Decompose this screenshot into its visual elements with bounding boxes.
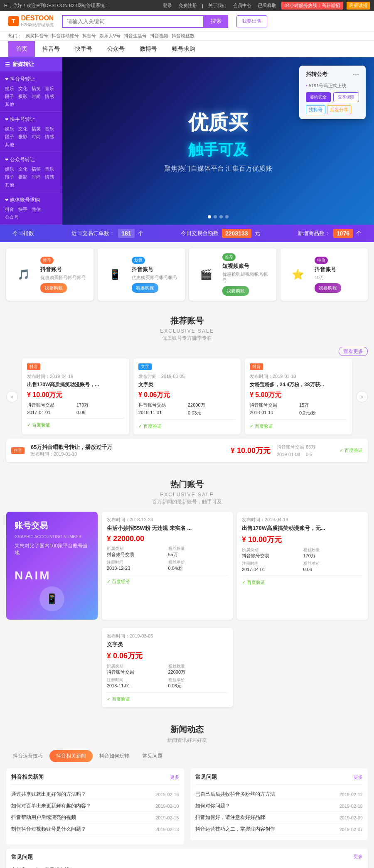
promo-badge-1: 划算 bbox=[132, 257, 145, 264]
sidebar-tag-kuaishou-0[interactable]: 娱乐 bbox=[3, 125, 16, 132]
sidebar-tag-gzh-4[interactable]: 段子 bbox=[3, 174, 16, 181]
sidebar-tag-gzh-5[interactable]: 摄影 bbox=[17, 174, 29, 181]
hot-search-item-0[interactable]: 购买抖音号 bbox=[25, 33, 48, 39]
sidebar-tag-seek-2[interactable]: 微信 bbox=[30, 206, 42, 213]
nav-home[interactable]: 首页 bbox=[8, 41, 35, 57]
hot-search-item-5[interactable]: 抖音视频 bbox=[150, 33, 168, 39]
sidebar-section-douyin: 抖音号转让 娱乐 文化 搞笑 音乐 段子 摄影 时尚 情感 其他 bbox=[0, 71, 62, 112]
sidebar-tag-gzh-3[interactable]: 音乐 bbox=[43, 166, 56, 173]
sidebar-tag-douyin-7[interactable]: 情感 bbox=[43, 93, 56, 100]
promo-info-0: 推荐 抖音账号 优惠购买帐号帐号帐号 我要购账 bbox=[40, 257, 86, 293]
hot-search-item-3[interactable]: 娱乐大V号 bbox=[99, 33, 121, 39]
sidebar-tag-kuaishou-5[interactable]: 摄影 bbox=[17, 133, 29, 140]
rec-next-button[interactable]: › bbox=[356, 391, 368, 402]
hero-dot-0[interactable] bbox=[208, 215, 211, 218]
nav-seek[interactable]: 账号求购 bbox=[165, 41, 203, 57]
news-left-col: 抖音相关新闻 更多 通过共享账就出更好你的方法吗？ 2019-02-16 如何对… bbox=[6, 768, 184, 844]
search-input[interactable] bbox=[62, 15, 204, 28]
recommended-more-link[interactable]: 查看更多 bbox=[339, 347, 368, 356]
hot-card-fans-2: 粉丝数量 22000万 bbox=[168, 663, 228, 675]
sidebar-tag-kuaishou-8[interactable]: 其他 bbox=[3, 141, 16, 148]
rec-card-4th: 抖音 65万抖音唱歌号转让，播放过千万 发布时间：2019-01-10 ¥ 10… bbox=[6, 439, 368, 462]
sidebar-tag-gzh-0[interactable]: 娱乐 bbox=[3, 166, 16, 173]
sidebar-tag-seek-3[interactable]: 公众号 bbox=[3, 214, 20, 221]
promo-img-3: ⭐ bbox=[285, 264, 310, 285]
sidebar-tag-douyin-8[interactable]: 其他 bbox=[3, 101, 16, 108]
topbar-sample[interactable]: 已采样取 bbox=[258, 2, 276, 9]
hero-card-extra-btn2[interactable]: 后发分享 bbox=[327, 105, 351, 114]
hero-dot-1[interactable] bbox=[214, 215, 217, 218]
hot-search-item-1[interactable]: 抖音移动账号 bbox=[52, 33, 79, 39]
sidebar-tag-douyin-3[interactable]: 音乐 bbox=[43, 85, 56, 92]
news-right-item-title-1: 如何对你问题？ bbox=[195, 802, 335, 809]
search-button[interactable]: 搜索 bbox=[204, 15, 228, 28]
hero-dot-3[interactable] bbox=[225, 215, 229, 218]
sell-button[interactable]: 我要出售 bbox=[236, 15, 267, 27]
promo-btn-0[interactable]: 我要购账 bbox=[40, 283, 67, 293]
hero-title-1: 优质买 bbox=[164, 109, 272, 136]
stats-amount-unit: 元 bbox=[255, 230, 260, 237]
hot-search-item-6[interactable]: 抖音粉丝数 bbox=[172, 33, 194, 39]
nav-kuaishou[interactable]: 快手号 bbox=[67, 41, 100, 57]
promo-btn-2[interactable]: 我要购账 bbox=[222, 286, 249, 296]
hot-search-item-2[interactable]: 抖音号 bbox=[82, 33, 96, 39]
topbar-site[interactable]: 关于我们 bbox=[208, 2, 226, 9]
hero-card-extra-btn1[interactable]: 找抖号 bbox=[306, 105, 325, 114]
news-right-item-date-2: 2019-02-09 bbox=[340, 815, 363, 820]
hot-card-fans-0: 粉丝粉量 55万 bbox=[168, 546, 228, 558]
news-tab-3[interactable]: 常见问题 bbox=[136, 750, 169, 762]
rec-prev-button[interactable]: ‹ bbox=[6, 391, 18, 402]
promo-btn-1[interactable]: 我要购账 bbox=[132, 283, 158, 293]
stats-new-unit: 个 bbox=[356, 230, 362, 237]
news-right-more[interactable]: 更多 bbox=[354, 774, 363, 780]
sidebar-tag-kuaishou-3[interactable]: 音乐 bbox=[43, 125, 56, 132]
topbar-vip[interactable]: 高薪诚招 bbox=[347, 2, 370, 10]
header: T DESTOON B2B网站管理系统 搜索 我要出售 bbox=[0, 11, 374, 32]
rec-card-title-2: 女粉宝粉多，24.4万粉，38万获... bbox=[250, 381, 347, 388]
sidebar-tag-kuaishou-7[interactable]: 情感 bbox=[43, 133, 56, 140]
topbar-register[interactable]: 免费注册 bbox=[179, 2, 197, 9]
sidebar-tag-douyin-2[interactable]: 搞笑 bbox=[30, 85, 42, 92]
promo-title-0: 抖音账号 bbox=[40, 266, 86, 273]
sidebar-tag-douyin-4[interactable]: 段子 bbox=[3, 93, 16, 100]
sidebar-tag-douyin-5[interactable]: 摄影 bbox=[17, 93, 29, 100]
sidebar-tag-gzh-8[interactable]: 其他 bbox=[3, 181, 16, 189]
sidebar-tag-douyin-6[interactable]: 时尚 bbox=[30, 93, 42, 100]
hot-card-title-1: 出售170W高质搞笑动漫账号，无... bbox=[242, 525, 363, 532]
news-tab-2[interactable]: 抖音如何玩转 bbox=[93, 750, 136, 762]
sidebar-tag-kuaishou-6[interactable]: 时尚 bbox=[30, 133, 42, 140]
hero-dots bbox=[208, 215, 229, 218]
hero-card-btn-1[interactable]: 签约安全 bbox=[306, 92, 331, 102]
news-left-more[interactable]: 更多 bbox=[170, 774, 179, 780]
faq-more[interactable]: 更多 bbox=[354, 853, 363, 861]
promo-desc-0: 优惠购买帐号帐号帐号 bbox=[40, 275, 86, 281]
rec-card-type-label-0: 抖音账号交易 bbox=[27, 402, 75, 408]
nav-gongzhonghao[interactable]: 公众号 bbox=[100, 41, 132, 57]
news-tab-1[interactable]: 抖音相关新闻 bbox=[49, 750, 93, 762]
nav-weibo[interactable]: 微博号 bbox=[132, 41, 165, 57]
promo-btn-3[interactable]: 我要购账 bbox=[315, 283, 341, 293]
sidebar-tag-kuaishou-1[interactable]: 文化 bbox=[17, 125, 29, 132]
sidebar-tag-douyin-0[interactable]: 娱乐 bbox=[3, 85, 16, 92]
nav-douyin[interactable]: 抖音号 bbox=[35, 41, 67, 57]
sidebar-tag-gzh-6[interactable]: 时尚 bbox=[30, 174, 42, 181]
hot-card-price-2: ¥ 0.06万元 bbox=[107, 651, 228, 661]
sidebar-tag-seek-0[interactable]: 抖音 bbox=[3, 206, 16, 213]
hot-card-footer-0: ✓ 百度经济 bbox=[107, 575, 228, 585]
sidebar-tag-gzh-7[interactable]: 情感 bbox=[43, 174, 56, 181]
hot-search-item-4[interactable]: 抖音生活号 bbox=[124, 33, 147, 39]
sidebar-tag-kuaishou-2[interactable]: 搞笑 bbox=[30, 125, 42, 132]
sidebar-tag-gzh-2[interactable]: 搞笑 bbox=[30, 166, 42, 173]
topbar-member[interactable]: 会员中心 bbox=[233, 2, 251, 9]
sidebar-tag-kuaishou-4[interactable]: 段子 bbox=[3, 133, 16, 140]
logo-sub: B2B网站管理系统 bbox=[21, 22, 54, 28]
hero-dot-2[interactable] bbox=[219, 215, 223, 218]
topbar-login[interactable]: 登录 bbox=[163, 2, 172, 9]
sidebar-tag-seek-1[interactable]: 快手 bbox=[17, 206, 29, 213]
sidebar-tag-gzh-1[interactable]: 文化 bbox=[17, 166, 29, 173]
hero-card-btn-2[interactable]: 交享保障 bbox=[333, 92, 359, 102]
sidebar-section-gzh-title: 公众号转让 bbox=[0, 154, 62, 165]
sidebar-tag-douyin-1[interactable]: 文化 bbox=[17, 85, 29, 92]
news-item-date-0: 2019-02-16 bbox=[155, 792, 179, 797]
news-tab-0[interactable]: 抖音运营技巧 bbox=[6, 750, 49, 762]
